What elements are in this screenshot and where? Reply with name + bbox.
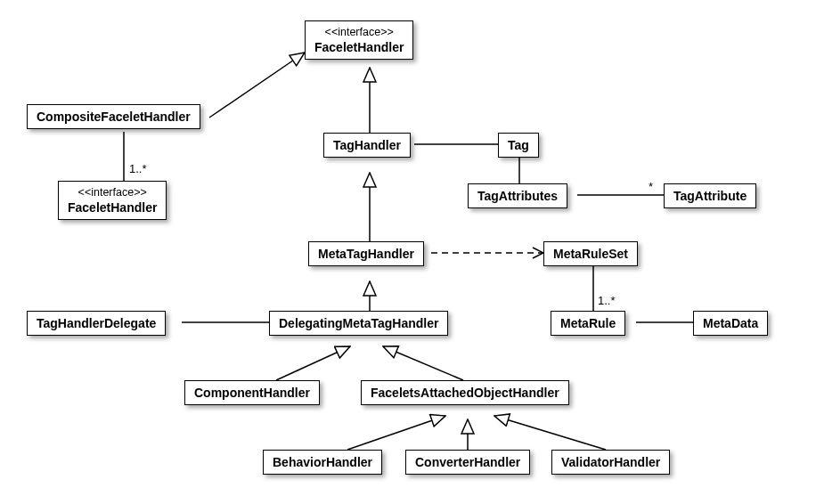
- node-delegatingmetataghandler: DelegatingMetaTagHandler: [269, 311, 448, 336]
- edge-validator-to-faoh: [494, 416, 606, 450]
- class-name: BehaviorHandler: [273, 454, 372, 470]
- class-name: ComponentHandler: [194, 385, 310, 401]
- class-name: CompositeFaceletHandler: [37, 109, 191, 125]
- class-name: MetaRuleSet: [553, 246, 628, 262]
- node-metataghandler: MetaTagHandler: [308, 241, 424, 266]
- class-name: ValidatorHandler: [561, 454, 660, 470]
- node-composite-facelethandler: CompositeFaceletHandler: [27, 104, 200, 129]
- node-faceletsattachedobjecthandler: FaceletsAttachedObjectHandler: [361, 380, 569, 405]
- stereotype-label: <<interface>>: [68, 185, 157, 199]
- node-tagattributes: TagAttributes: [468, 183, 567, 208]
- class-name: MetaTagHandler: [318, 246, 414, 262]
- class-name: ConverterHandler: [415, 454, 520, 470]
- node-validatorhandler: ValidatorHandler: [551, 450, 670, 475]
- edge-componenthandler-to-delegating: [276, 346, 350, 380]
- node-taghandlerdelegate: TagHandlerDelegate: [27, 311, 166, 336]
- multiplicity-label: 1..*: [598, 294, 616, 307]
- class-name: TagAttribute: [673, 188, 747, 204]
- node-componenthandler: ComponentHandler: [184, 380, 320, 405]
- multiplicity-label: 1..*: [129, 162, 147, 175]
- stereotype-label: <<interface>>: [314, 25, 404, 39]
- class-name: DelegatingMetaTagHandler: [279, 315, 438, 331]
- class-name: TagAttributes: [477, 188, 558, 204]
- multiplicity-label: *: [649, 180, 653, 193]
- node-metadata: MetaData: [693, 311, 768, 336]
- class-name: TagHandlerDelegate: [37, 315, 156, 331]
- class-name: TagHandler: [333, 137, 401, 153]
- edge-behavior-to-faoh: [347, 416, 445, 450]
- node-facelethandler-top: <<interface>> FaceletHandler: [305, 20, 413, 60]
- node-tagattribute: TagAttribute: [664, 183, 756, 208]
- edge-faoh-to-delegating: [383, 346, 463, 380]
- node-metarule: MetaRule: [551, 311, 625, 336]
- node-taghandler: TagHandler: [323, 133, 411, 158]
- node-metaruleset: MetaRuleSet: [543, 241, 638, 266]
- class-name: MetaRule: [560, 315, 616, 331]
- uml-diagram: MetaRuleSet dependency (dashed, open arr…: [0, 0, 816, 504]
- node-behaviorhandler: BehaviorHandler: [263, 450, 382, 475]
- node-tag: Tag: [498, 133, 539, 158]
- class-name: FaceletHandler: [314, 39, 404, 55]
- node-facelethandler-nested: <<interface>> FaceletHandler: [58, 181, 167, 220]
- class-name: Tag: [508, 137, 529, 153]
- edge-composite-to-facelethandler: [209, 53, 305, 118]
- class-name: FaceletsAttachedObjectHandler: [371, 385, 559, 401]
- class-name: MetaData: [703, 315, 758, 331]
- class-name: FaceletHandler: [68, 199, 157, 215]
- node-converterhandler: ConverterHandler: [405, 450, 530, 475]
